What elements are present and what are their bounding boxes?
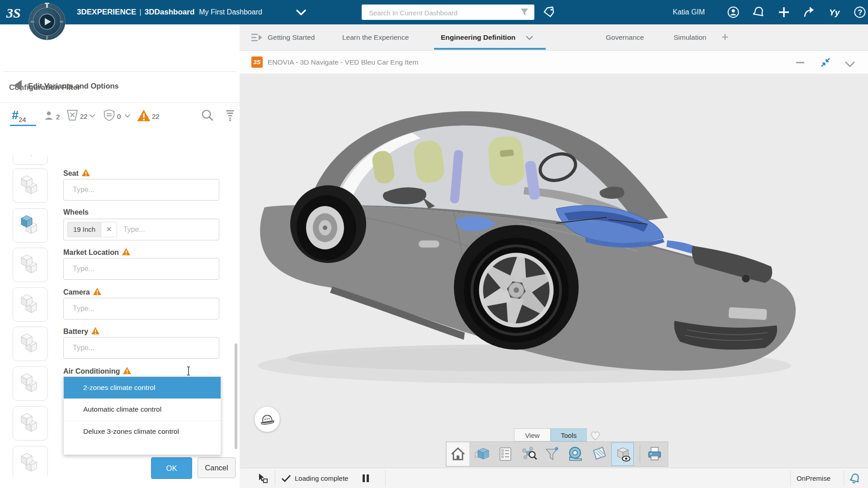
add-tab-button[interactable]: + (722, 24, 728, 51)
edit-variants-back-row[interactable]: Edit Variants and Options (0, 72, 240, 103)
chevron-down-icon (124, 114, 131, 118)
tab-drag-icon[interactable] (250, 33, 263, 43)
variant-cube-button-wheels[interactable] (13, 208, 48, 243)
search-bar (362, 5, 534, 20)
3dswym-icon[interactable]: Yy (828, 6, 841, 19)
user-name[interactable]: Katia GIM (673, 0, 705, 24)
widget-chevron-down-icon[interactable] (844, 59, 855, 70)
filter-tab-underline (10, 125, 36, 126)
tab-learn-the-experience[interactable]: Learn the Experience (342, 24, 409, 51)
person-count: 2 (56, 113, 60, 121)
viewer-tab-view[interactable]: View (514, 428, 551, 441)
search-filter-funnel-icon[interactable] (520, 8, 529, 16)
widget-header: 3S ENOVIA - 3D Navigate - VED Bleu Car E… (240, 51, 868, 74)
variant-cube-button-seat[interactable] (13, 169, 48, 203)
add-plus-icon[interactable] (778, 6, 790, 19)
pause-button[interactable] (363, 474, 370, 482)
field-input-market-location[interactable] (63, 258, 219, 280)
cubes-icon (21, 176, 37, 194)
excluded-count: 22 (80, 113, 88, 120)
tab-engineering-definition[interactable]: Engineering Definition (441, 24, 515, 51)
brand-separator: | (136, 8, 144, 16)
assistant-hardhat-button[interactable] (255, 407, 280, 432)
svg-text:Yy: Yy (829, 8, 840, 17)
svg-text:3S: 3S (6, 5, 21, 20)
status-divider (385, 470, 386, 486)
dropdown-option-2-zones[interactable]: 2-zones climate control (64, 377, 221, 399)
widget-exit-fullscreen-icon[interactable] (820, 57, 831, 68)
variant-cube-button-battery[interactable] (13, 327, 48, 361)
cubes-icon (21, 413, 37, 432)
warning-count: 22 (152, 113, 160, 120)
chip-label: 19 Inch (68, 222, 101, 237)
variant-cube-button-camera[interactable] (13, 287, 48, 322)
viewer-tab-tools[interactable]: Tools (551, 428, 587, 441)
warning-icon (137, 109, 151, 122)
tab-chevron-down-icon[interactable] (525, 35, 533, 40)
wheels-chip: 19 Inch ✕ (67, 222, 117, 237)
filter-tab-all[interactable]: #24 (12, 108, 26, 125)
field-input-wheels[interactable]: 19 Inch ✕ Type... (63, 219, 219, 240)
status-divider (790, 470, 791, 486)
field-input-seat[interactable] (63, 179, 219, 201)
box-eye-icon (614, 446, 632, 464)
brand-3dexperience: 3DEXPERIENCE (77, 8, 136, 16)
help-icon[interactable]: ? (854, 6, 866, 19)
variant-cube-button[interactable] (13, 446, 48, 476)
tag-icon[interactable] (542, 6, 555, 19)
panel-filter-list-icon[interactable] (224, 109, 236, 122)
section-button[interactable] (588, 442, 610, 466)
field-input-camera[interactable] (63, 298, 219, 319)
variant-cube-button[interactable] (13, 155, 48, 165)
dropdown-option-deluxe[interactable]: Deluxe 3-zones climate control (64, 421, 221, 442)
select-pointer-icon[interactable] (258, 473, 269, 484)
measure-button[interactable] (564, 442, 587, 466)
field-label-wheels: Wheels (63, 208, 89, 218)
product-structure-button[interactable] (471, 442, 494, 466)
chip-remove-icon[interactable]: ✕ (101, 222, 116, 237)
dropdown-option-automatic[interactable]: Automatic climate control (64, 399, 221, 421)
notifications-bell-icon[interactable] (752, 6, 765, 19)
tab-getting-started[interactable]: Getting Started (268, 24, 315, 51)
variant-cube-button-market[interactable] (13, 248, 48, 282)
field-label-battery: Battery (63, 327, 100, 337)
field-label-camera: Camera (63, 287, 102, 297)
bom-list-button[interactable] (494, 442, 517, 466)
search-related-objects-button[interactable] (518, 442, 540, 466)
app-title: 3DEXPERIENCE|3DDashboardMy First Dashboa… (77, 0, 262, 24)
filter-tab-person[interactable]: 2 (43, 110, 60, 127)
variant-cube-button[interactable] (13, 406, 48, 441)
cubes-icon (21, 453, 37, 471)
filter-tab-excluded[interactable]: 22 (66, 109, 95, 125)
field-label-market-location: Market Location (63, 248, 131, 258)
dashboard-name[interactable]: My First Dashboard (199, 8, 262, 16)
panel-search-icon[interactable] (201, 108, 214, 122)
field-input-battery[interactable] (63, 337, 219, 359)
home-view-button[interactable] (447, 442, 469, 466)
ok-button[interactable]: OK (151, 457, 192, 479)
widget-minimize-icon[interactable] (795, 57, 806, 68)
search-input[interactable] (368, 5, 519, 21)
tab-simulation[interactable]: Simulation (674, 24, 706, 51)
hash-icon: # (12, 108, 19, 122)
print-button[interactable] (643, 442, 666, 466)
tab-governance[interactable]: Governance (606, 24, 644, 51)
cubes-icon (21, 155, 37, 156)
car-3d-model[interactable] (240, 74, 868, 468)
cancel-button[interactable]: Cancel (198, 457, 236, 478)
warning-icon (91, 327, 100, 335)
3dexperience-compass[interactable] (28, 0, 66, 43)
filter-button[interactable] (541, 442, 563, 466)
active-tab-underline (434, 48, 546, 50)
filter-tab-warning[interactable]: 22 (137, 109, 160, 125)
profile-icon[interactable] (727, 6, 740, 19)
share-icon[interactable] (803, 6, 816, 19)
variant-cube-button-air-conditioning[interactable] (13, 366, 48, 401)
funnel-icon (543, 445, 561, 463)
notifications-bell-blue-icon[interactable] (849, 472, 861, 485)
panel-scrollbar-thumb[interactable] (235, 343, 237, 449)
visibility-button-selected[interactable] (611, 442, 634, 466)
filter-tab-shield[interactable]: 0 (103, 109, 131, 125)
favorites-heart-icon[interactable] (589, 430, 602, 441)
dashboard-chevron-down-icon[interactable] (296, 9, 306, 16)
